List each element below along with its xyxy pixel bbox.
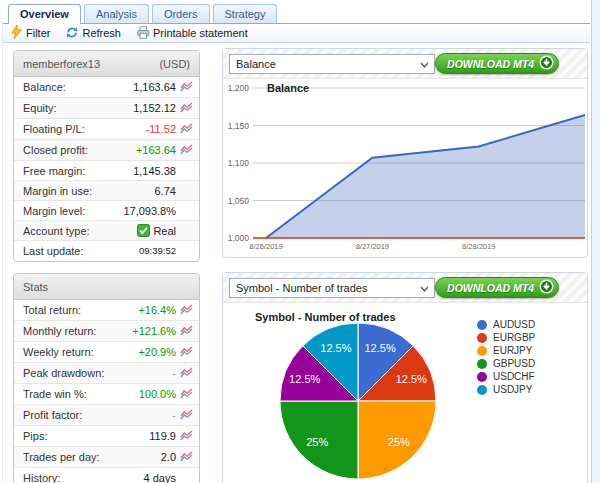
legend-label: AUDUSD xyxy=(493,319,535,330)
account-panel-header: memberforex13 (USD) xyxy=(14,51,199,77)
balance-metric-selected-value: Balance xyxy=(236,58,276,70)
row-label: Trade win %: xyxy=(14,384,123,405)
mini-chart-icon[interactable] xyxy=(180,448,193,465)
table-row: Weekly return:+20.9% xyxy=(14,342,199,363)
row-label: Trades per day: xyxy=(14,447,123,468)
tab-strategy[interactable]: Strategy xyxy=(213,4,278,23)
filter-label: Filter xyxy=(26,27,50,39)
row-label: Total return: xyxy=(14,300,123,321)
balance-chart-toolbar: Balance DOWNLOAD MT4 xyxy=(223,49,587,79)
download-mt4-label: DOWNLOAD MT4 xyxy=(447,58,534,70)
legend-item-USDCHF[interactable]: USDCHF xyxy=(477,370,535,383)
svg-text:1,200: 1,200 xyxy=(228,83,250,93)
balance-chart-area: Balance 1,0001,0501,1001,1501,2008/26/20… xyxy=(223,79,587,257)
row-value: 6.74 xyxy=(110,181,177,201)
tab-analysis[interactable]: Analysis xyxy=(84,4,149,23)
legend-item-EURJPY[interactable]: EURJPY xyxy=(477,344,535,357)
tab-bar: OverviewAnalysisOrdersStrategy xyxy=(3,2,590,24)
row-value: 4 days xyxy=(123,468,177,483)
row-label: Monthly return: xyxy=(14,321,123,342)
table-row: Profit factor:- xyxy=(14,405,199,426)
row-value: - xyxy=(123,405,177,426)
mini-chart-icon[interactable] xyxy=(180,301,193,318)
legend-item-USDJPY[interactable]: USDJPY xyxy=(477,383,535,396)
mini-chart-icon[interactable] xyxy=(180,343,193,360)
pie-slice-label: 12.5% xyxy=(364,342,395,354)
pie-metric-selected-value: Symbol - Number of trades xyxy=(236,282,367,294)
svg-text:8/26/2019: 8/26/2019 xyxy=(249,242,282,251)
mini-chart-icon[interactable] xyxy=(180,78,193,95)
tab-orders[interactable]: Orders xyxy=(152,4,210,23)
legend-item-AUDUSD[interactable]: AUDUSD xyxy=(477,318,535,331)
balance-metric-select[interactable]: Balance xyxy=(229,54,435,74)
row-icon-cell xyxy=(177,161,199,181)
svg-text:1,150: 1,150 xyxy=(228,121,250,131)
download-mt4-button[interactable]: DOWNLOAD MT4 xyxy=(435,277,559,298)
account-currency: (USD) xyxy=(159,58,190,70)
mini-chart-icon[interactable] xyxy=(180,406,193,423)
row-label: Profit factor: xyxy=(14,405,123,426)
refresh-icon xyxy=(65,26,79,41)
mini-chart-icon[interactable] xyxy=(180,99,193,116)
legend-label: USDJPY xyxy=(493,384,532,395)
pie-slice-label: 25% xyxy=(388,436,410,448)
legend-color-dot xyxy=(477,372,487,382)
tab-overview[interactable]: Overview xyxy=(8,4,81,24)
balance-area-chart: 1,0001,0501,1001,1501,2008/26/20198/27/2… xyxy=(223,79,587,257)
download-mt4-label: DOWNLOAD MT4 xyxy=(447,282,534,294)
mini-chart-icon[interactable] xyxy=(180,364,193,381)
row-icon-cell xyxy=(177,221,199,241)
legend-label: USDCHF xyxy=(493,371,535,382)
row-label: Floating P/L: xyxy=(14,119,110,140)
row-value: +121.6% xyxy=(123,321,177,342)
row-value: -11.52 xyxy=(110,119,177,140)
mini-chart-icon[interactable] xyxy=(180,427,193,444)
chevron-down-icon xyxy=(420,286,429,292)
row-value: 1,152.12 xyxy=(110,98,177,119)
row-icon-cell xyxy=(177,140,199,161)
download-mt4-button[interactable]: DOWNLOAD MT4 xyxy=(435,53,559,74)
balance-chart-title: Balance xyxy=(267,82,309,94)
row-icon-cell xyxy=(177,363,199,384)
account-name: memberforex13 xyxy=(23,58,100,70)
legend-item-EURGBP[interactable]: EURGBP xyxy=(477,331,535,344)
row-icon-cell xyxy=(177,300,199,321)
table-row: Peak drawdown:- xyxy=(14,363,199,384)
chevron-down-icon xyxy=(420,62,429,68)
mini-chart-icon[interactable] xyxy=(180,322,193,339)
row-value: 2.0 xyxy=(123,447,177,468)
row-icon-cell xyxy=(177,201,199,221)
row-value: 17,093.8% xyxy=(110,201,177,221)
real-account-check-icon xyxy=(137,225,153,237)
pie-chart-area: Symbol - Number of trades 12.5%12.5%25%2… xyxy=(223,303,587,483)
refresh-button[interactable]: Refresh xyxy=(65,26,121,41)
balance-area-fill xyxy=(266,115,585,238)
row-icon-cell xyxy=(177,321,199,342)
row-value: 1,163.64 xyxy=(110,77,177,98)
row-label: Weekly return: xyxy=(14,342,123,363)
legend-color-dot xyxy=(477,359,487,369)
legend-item-GBPUSD[interactable]: GBPUSD xyxy=(477,357,535,370)
table-row: Monthly return:+121.6% xyxy=(14,321,199,342)
table-row: Trades per day:2.0 xyxy=(14,447,199,468)
table-row: Closed profit:+163.64 xyxy=(14,140,199,161)
mini-chart-icon[interactable] xyxy=(180,385,193,402)
stats-panel: Stats Total return:+16.4%Monthly return:… xyxy=(13,273,200,483)
printable-statement-label: Printable statement xyxy=(153,27,248,39)
row-label: Account type: xyxy=(14,221,110,241)
row-label: Closed profit: xyxy=(14,140,110,161)
row-value: +20.9% xyxy=(123,342,177,363)
table-row: Last update:09:39:52 xyxy=(14,241,199,261)
row-label: History: xyxy=(14,468,123,483)
mini-chart-icon[interactable] xyxy=(180,141,193,158)
row-value: - xyxy=(123,363,177,384)
pie-metric-select[interactable]: Symbol - Number of trades xyxy=(229,278,435,298)
download-arrow-icon xyxy=(539,55,554,72)
row-icon-cell xyxy=(177,342,199,363)
row-icon-cell xyxy=(177,98,199,119)
row-icon-cell xyxy=(177,468,199,483)
printable-statement-button[interactable]: Printable statement xyxy=(136,26,248,41)
mini-chart-icon[interactable] xyxy=(180,120,193,137)
toolbar: Filter Refresh Printable statement xyxy=(3,24,590,43)
filter-button[interactable]: Filter xyxy=(10,25,50,41)
